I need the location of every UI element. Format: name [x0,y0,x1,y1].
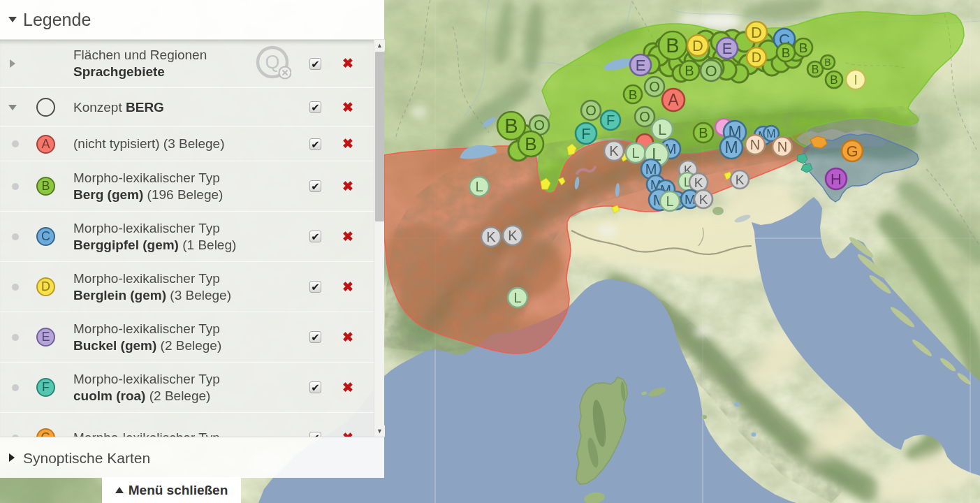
svg-text:K: K [694,175,703,190]
svg-text:O: O [585,103,597,118]
svg-text:K: K [736,173,745,187]
svg-text:B: B [685,63,694,78]
svg-text:L: L [658,121,666,138]
svg-text:K: K [508,228,518,243]
svg-text:M: M [766,128,775,140]
svg-text:O: O [534,117,545,133]
svg-text:I: I [854,72,858,87]
svg-text:L: L [631,145,639,161]
svg-text:L: L [475,179,483,194]
svg-text:B: B [782,45,791,60]
svg-text:O: O [639,109,650,124]
svg-text:O: O [649,79,660,94]
svg-text:O: O [705,62,717,80]
svg-text:H: H [831,170,842,188]
svg-text:M: M [645,161,657,177]
svg-text:D: D [751,24,762,41]
svg-text:D: D [692,37,703,54]
svg-text:B: B [525,133,536,154]
svg-text:G: G [846,143,858,160]
svg-text:E: E [722,40,733,57]
svg-text:A: A [668,91,679,109]
svg-text:L: L [666,194,673,209]
svg-text:N: N [777,139,787,154]
svg-text:D: D [752,50,761,65]
svg-text:B: B [799,41,808,55]
svg-text:Q: Q [265,52,279,73]
svg-text:M: M [724,138,738,156]
svg-text:B: B [812,64,819,75]
svg-text:B: B [666,34,679,57]
svg-text:F: F [606,112,615,128]
svg-text:E: E [636,57,646,74]
svg-text:B: B [824,57,831,68]
svg-text:B: B [830,73,838,87]
svg-text:K: K [699,192,708,207]
svg-text:B: B [629,87,638,102]
svg-text:F: F [581,125,590,143]
svg-text:N: N [750,137,760,152]
svg-text:K: K [486,229,496,245]
svg-text:L: L [513,290,521,305]
svg-text:B: B [504,115,518,137]
svg-text:K: K [609,143,619,159]
svg-text:B: B [699,125,708,140]
